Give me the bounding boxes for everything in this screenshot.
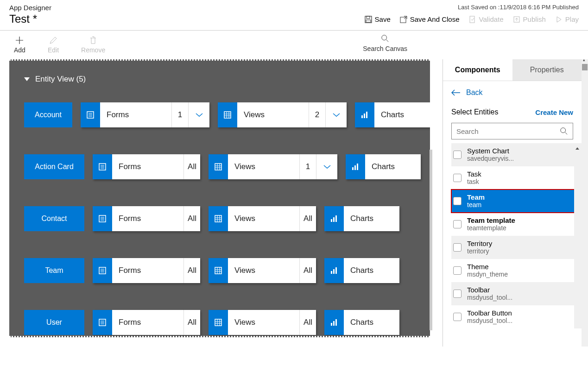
save-and-close-button[interactable]: Save And Close [400, 15, 460, 23]
svg-rect-66 [335, 319, 337, 326]
form-icon [93, 206, 112, 231]
views-label: Views [228, 310, 299, 335]
chart-icon [346, 154, 365, 179]
play-button[interactable]: Play [555, 15, 579, 23]
entity-list-item[interactable]: Task task [451, 166, 578, 189]
chevron-down-icon[interactable] [316, 154, 337, 179]
entity-name: Territory [467, 240, 492, 247]
form-icon [93, 310, 112, 335]
panel-scrollbar[interactable] [582, 59, 588, 347]
add-label: Add [14, 46, 25, 54]
checkbox[interactable] [453, 174, 462, 182]
entity-name: Theme [467, 263, 508, 271]
entity-view-header[interactable]: Entity View (5) [24, 75, 430, 84]
charts-tile[interactable]: Charts [324, 206, 399, 231]
views-label: Views [228, 154, 299, 179]
views-tile[interactable]: Views 1 [209, 154, 337, 179]
forms-tile[interactable]: Forms All [93, 154, 200, 179]
svg-point-6 [382, 35, 387, 40]
entity-list-item[interactable]: Team template teamtemplate [451, 213, 578, 236]
views-tile[interactable]: Views All [209, 310, 316, 335]
canvas-scrollbar[interactable] [430, 150, 432, 330]
views-tile[interactable]: Views 2 [218, 102, 347, 127]
form-icon [81, 102, 100, 127]
svg-rect-54 [335, 267, 337, 274]
charts-tile[interactable]: Charts [346, 154, 421, 179]
svg-rect-30 [357, 164, 358, 170]
form-icon [93, 154, 112, 179]
entity-list-item[interactable]: Toolbar msdyusd_tool... [451, 282, 578, 305]
entity-list-item[interactable]: Toolbar Button msdyusd_tool... [451, 305, 578, 328]
entity-list-item[interactable]: System Chart savedqueryvis... [451, 143, 578, 166]
entity-tile[interactable]: Action Card [24, 154, 84, 179]
svg-rect-11 [224, 112, 231, 118]
checkbox[interactable] [453, 313, 462, 321]
toolbar: Add Edit Remove Search Canvas [0, 31, 588, 59]
checkbox[interactable] [453, 220, 462, 228]
save-icon [365, 16, 372, 23]
entity-tile[interactable]: Team [24, 258, 84, 283]
views-tile[interactable]: Views All [209, 206, 316, 231]
checkbox[interactable]: ✔ [453, 197, 462, 205]
forms-tile[interactable]: Forms 1 [81, 102, 209, 127]
svg-rect-18 [366, 112, 367, 118]
right-panel: Components Properties Back Select Entiti… [443, 59, 588, 347]
charts-label: Charts [365, 154, 421, 179]
entity-code: team [467, 201, 485, 208]
chevron-down-icon[interactable] [188, 102, 209, 127]
tab-properties[interactable]: Properties [512, 59, 582, 81]
remove-label: Remove [81, 46, 105, 54]
validate-button[interactable]: Validate [469, 15, 504, 23]
views-count: All [299, 310, 316, 335]
search-canvas-label: Search Canvas [363, 45, 407, 52]
checkbox[interactable] [453, 151, 462, 159]
tab-components[interactable]: Components [443, 59, 512, 81]
svg-rect-40 [331, 219, 332, 222]
views-tile[interactable]: Views All [209, 258, 316, 283]
checkbox[interactable] [453, 266, 462, 275]
view-icon [209, 258, 228, 283]
arrow-left-icon [451, 89, 461, 96]
add-button[interactable]: Add [14, 34, 25, 54]
svg-rect-28 [352, 167, 354, 170]
checkbox[interactable] [453, 243, 462, 252]
forms-tile[interactable]: Forms All [93, 258, 200, 283]
views-count: 1 [299, 154, 316, 179]
forms-count: All [183, 258, 200, 283]
entity-tile[interactable]: User [24, 310, 84, 335]
search-icon [560, 127, 568, 135]
entity-list-item[interactable]: Territory territory [451, 236, 578, 259]
charts-tile[interactable]: Charts [355, 102, 430, 127]
chart-icon [324, 206, 344, 231]
forms-tile[interactable]: Forms All [93, 206, 200, 231]
chart-icon [324, 310, 344, 335]
entity-tile[interactable]: Account [24, 102, 72, 127]
entity-list-scrollbar[interactable] [574, 143, 582, 328]
entity-list-item[interactable]: ✔ Team team [451, 189, 578, 213]
forms-tile[interactable]: Forms All [93, 310, 200, 335]
publish-button[interactable]: Publish [513, 15, 546, 23]
entity-search-input[interactable] [456, 127, 560, 135]
checkbox[interactable] [453, 290, 462, 298]
search-canvas-button[interactable]: Search Canvas [363, 34, 407, 54]
svg-rect-17 [364, 114, 365, 118]
edit-button[interactable]: Edit [48, 34, 59, 54]
remove-button[interactable]: Remove [81, 34, 105, 54]
entity-list-item[interactable]: Theme msdyn_theme [451, 259, 578, 282]
entity-search-box[interactable] [451, 123, 573, 139]
entity-tile[interactable]: Contact [24, 206, 84, 231]
back-label: Back [466, 88, 483, 97]
forms-label: Forms [112, 258, 183, 283]
charts-tile[interactable]: Charts [324, 258, 399, 283]
svg-rect-16 [361, 115, 363, 118]
chevron-down-icon[interactable] [325, 102, 347, 127]
back-button[interactable]: Back [443, 81, 582, 104]
plus-icon [15, 34, 24, 46]
create-new-link[interactable]: Create New [535, 108, 573, 116]
svg-rect-23 [215, 164, 221, 170]
charts-tile[interactable]: Charts [324, 310, 399, 335]
save-button[interactable]: Save [365, 15, 391, 23]
design-canvas[interactable]: Entity View (5) Account Forms 1 Views 2 … [9, 59, 430, 337]
save-close-icon [400, 16, 407, 23]
forms-label: Forms [112, 154, 183, 179]
